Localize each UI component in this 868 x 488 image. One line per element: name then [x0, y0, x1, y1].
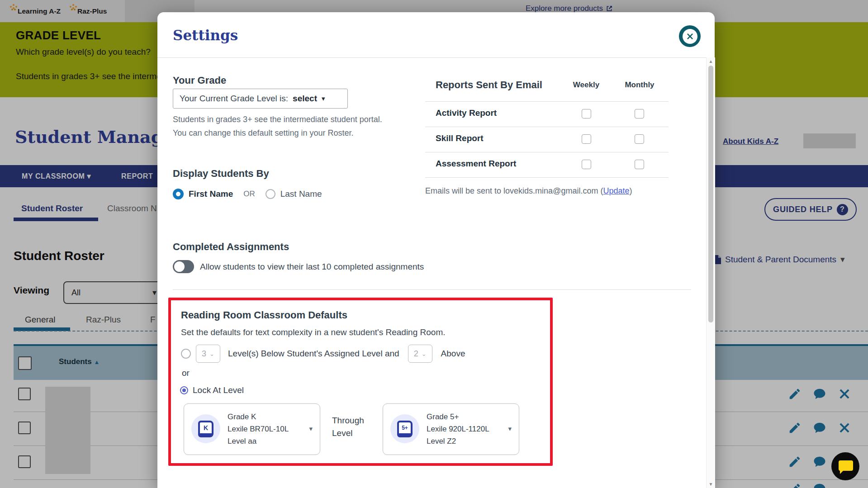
- last-name-radio[interactable]: [266, 189, 275, 199]
- reading-room-description: Set the defaults for text complexity in …: [181, 327, 446, 337]
- monthly-column-header: Monthly: [622, 81, 657, 90]
- reading-room-defaults-section: Reading Room Classroom Defaults Set the …: [168, 298, 553, 466]
- activity-monthly-checkbox[interactable]: [635, 109, 644, 118]
- lock-at-level-label: Lock At Level: [193, 385, 244, 395]
- to-level-select[interactable]: 5+ Grade 5+ Lexile 920L-1120L Level Z2 ▾: [383, 403, 519, 455]
- close-icon: [683, 29, 697, 44]
- completed-assignments-toggle[interactable]: [173, 260, 194, 273]
- your-grade-heading: Your Grade: [173, 75, 226, 86]
- email-note-prefix: Emails will be sent to lovekids.mina@gma…: [425, 186, 603, 195]
- reading-room-heading: Reading Room Classroom Defaults: [181, 309, 347, 321]
- toggle-label: Allow students to view their last 10 com…: [200, 262, 424, 272]
- reports-divider: [425, 127, 669, 127]
- display-students-heading: Display Students By: [173, 168, 269, 180]
- chat-bubble-icon: [839, 460, 853, 471]
- book-icon: 5+: [397, 421, 413, 437]
- chat-widget-button[interactable]: [831, 452, 859, 480]
- level-badge-circle: K: [191, 414, 220, 443]
- assessment-weekly-checkbox[interactable]: [582, 160, 591, 169]
- range-option-radio[interactable]: [181, 349, 191, 359]
- skill-weekly-checkbox[interactable]: [582, 134, 591, 144]
- lock-at-level-radio[interactable]: [181, 387, 187, 393]
- settings-modal: Settings ▲ ▼ Your Grade Your Current Gra…: [157, 12, 715, 488]
- from-level-grade: Grade K: [228, 411, 289, 423]
- chevron-down-icon: ▾: [508, 425, 512, 433]
- modal-header-divider: [157, 57, 706, 58]
- scroll-up-icon[interactable]: ▲: [707, 59, 715, 64]
- reports-divider: [425, 177, 669, 178]
- levels-below-select[interactable]: 3 ⌄: [196, 345, 220, 363]
- reports-divider: [425, 152, 669, 152]
- grade-note-line1: Students in grades 3+ see the intermedia…: [173, 115, 382, 124]
- to-level-grade: Grade 5+: [427, 411, 489, 423]
- levels-above-value: 2: [414, 349, 418, 359]
- chevron-down-icon: ⌄: [209, 351, 214, 357]
- report-row-label: Activity Report: [436, 108, 497, 118]
- levels-below-value: 3: [202, 349, 206, 359]
- skill-monthly-checkbox[interactable]: [635, 134, 644, 144]
- report-row-label: Assessment Report: [436, 159, 516, 169]
- email-note-suffix: ): [629, 186, 632, 195]
- grade-select-label: Your Current Grade Level is:: [180, 94, 288, 104]
- through-level-label: Through Level: [332, 414, 371, 440]
- modal-title: Settings: [173, 27, 238, 43]
- book-icon: K: [198, 421, 213, 437]
- grade-level-select[interactable]: Your Current Grade Level is: select ▾: [173, 89, 348, 109]
- levels-above-select[interactable]: 2 ⌄: [408, 345, 432, 363]
- to-level-level: Level Z2: [427, 435, 489, 447]
- or-label: OR: [243, 190, 255, 199]
- to-level-text: Grade 5+ Lexile 920L-1120L Level Z2: [427, 411, 489, 447]
- grade-select-value: select: [293, 94, 317, 104]
- toggle-knob: [174, 261, 185, 272]
- grade-note-line2: You can change this default setting in y…: [173, 128, 354, 138]
- chevron-down-icon: ▾: [322, 95, 325, 103]
- to-level-lexile: Lexile 920L-1120L: [427, 423, 489, 435]
- reports-divider: [425, 101, 669, 102]
- first-name-label: First Name: [189, 189, 233, 199]
- level-badge-circle: 5+: [390, 414, 419, 443]
- or-separator: or: [182, 368, 190, 378]
- section-divider: [173, 289, 691, 290]
- modal-scrollbar[interactable]: ▲ ▼: [706, 57, 715, 488]
- first-name-radio[interactable]: [173, 189, 184, 199]
- scroll-down-icon[interactable]: ▼: [707, 482, 715, 487]
- screen: Learning A-Z Raz-Plus Explore more produ…: [0, 0, 868, 488]
- weekly-column-header: Weekly: [570, 81, 602, 90]
- activity-weekly-checkbox[interactable]: [582, 109, 591, 118]
- level-range-row: K Grade K Lexile BR70L-10L Level aa ▾ Th…: [184, 403, 519, 455]
- scrollbar-thumb[interactable]: [708, 66, 713, 322]
- range-option-row: 3 ⌄ Level(s) Below Student's Assigned Le…: [181, 345, 465, 363]
- update-email-link[interactable]: Update: [603, 186, 629, 195]
- display-students-options: First Name OR Last Name: [173, 189, 322, 199]
- levels-between-label: Level(s) Below Student's Assigned Level …: [228, 349, 399, 359]
- assessment-monthly-checkbox[interactable]: [635, 160, 644, 169]
- chevron-down-icon: ▾: [309, 425, 313, 433]
- last-name-label: Last Name: [280, 189, 322, 199]
- above-label: Above: [441, 349, 465, 359]
- reports-heading: Reports Sent By Email: [436, 79, 542, 91]
- email-note: Emails will be sent to lovekids.mina@gma…: [425, 186, 632, 196]
- report-row-label: Skill Report: [436, 133, 484, 143]
- from-level-level: Level aa: [228, 435, 289, 447]
- close-button[interactable]: [679, 25, 701, 47]
- completed-assignments-heading: Completed Assignments: [173, 241, 289, 253]
- from-level-lexile: Lexile BR70L-10L: [228, 423, 289, 435]
- from-level-text: Grade K Lexile BR70L-10L Level aa: [228, 411, 289, 447]
- from-level-select[interactable]: K Grade K Lexile BR70L-10L Level aa ▾: [184, 403, 320, 455]
- lock-option-row: Lock At Level: [181, 385, 244, 395]
- chevron-down-icon: ⌄: [422, 351, 427, 357]
